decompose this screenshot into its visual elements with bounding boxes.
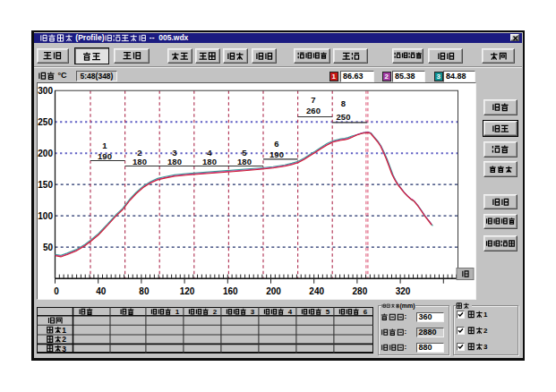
svg-text:200: 200 bbox=[266, 286, 281, 296]
svg-text:2: 2 bbox=[213, 308, 218, 316]
svg-text:1: 1 bbox=[62, 326, 66, 335]
svg-text:6: 6 bbox=[364, 308, 368, 316]
svg-text:260: 260 bbox=[306, 106, 321, 115]
svg-text:100: 100 bbox=[38, 211, 53, 221]
svg-text:160: 160 bbox=[223, 286, 238, 296]
svg-text:1: 1 bbox=[175, 308, 180, 316]
svg-text:320: 320 bbox=[396, 286, 411, 296]
svg-text:240: 240 bbox=[309, 286, 324, 296]
svg-text:250: 250 bbox=[337, 112, 351, 122]
svg-text:150: 150 bbox=[38, 180, 53, 190]
svg-text:40: 40 bbox=[96, 286, 107, 296]
svg-text:50: 50 bbox=[43, 243, 54, 252]
svg-text:180: 180 bbox=[167, 157, 182, 166]
svg-text:200: 200 bbox=[38, 149, 53, 158]
svg-text:8: 8 bbox=[341, 98, 346, 108]
svg-text:5: 5 bbox=[326, 308, 330, 316]
svg-text:0: 0 bbox=[54, 286, 59, 296]
svg-text:180: 180 bbox=[202, 157, 217, 166]
svg-text:7: 7 bbox=[311, 95, 315, 105]
svg-text:3: 3 bbox=[62, 345, 66, 354]
svg-text:3: 3 bbox=[251, 308, 255, 316]
svg-text:180: 180 bbox=[133, 157, 147, 166]
svg-text:80: 80 bbox=[139, 286, 150, 296]
svg-text:250: 250 bbox=[38, 117, 53, 127]
svg-text:180: 180 bbox=[237, 157, 252, 166]
svg-text:4: 4 bbox=[288, 308, 293, 316]
svg-text:2: 2 bbox=[62, 335, 66, 344]
svg-text:190: 190 bbox=[98, 151, 112, 161]
svg-text:190: 190 bbox=[269, 149, 284, 159]
svg-text:120: 120 bbox=[180, 286, 195, 296]
svg-text:6: 6 bbox=[274, 139, 278, 149]
svg-text:1: 1 bbox=[102, 141, 107, 150]
svg-text:280: 280 bbox=[353, 286, 368, 296]
svg-text:300: 300 bbox=[38, 86, 53, 96]
